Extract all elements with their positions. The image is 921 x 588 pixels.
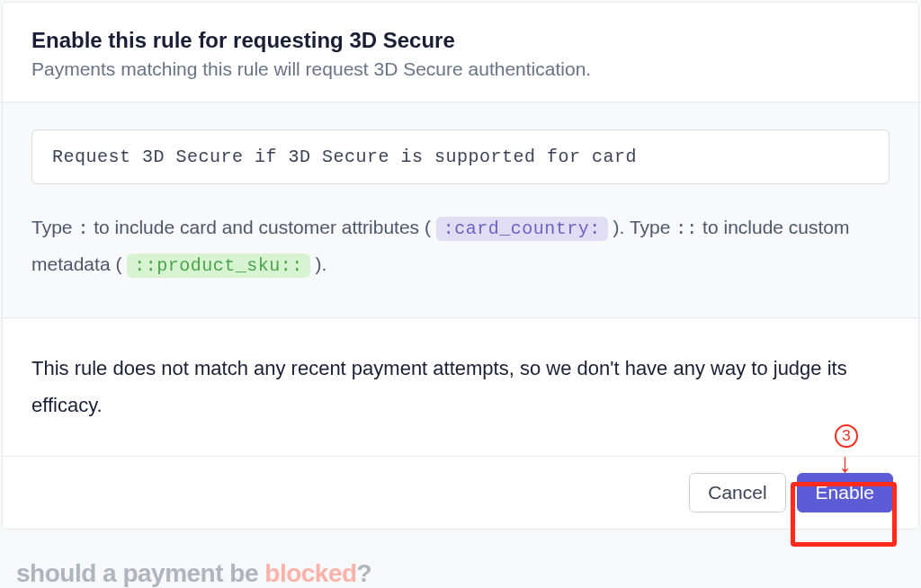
- bg-text-blocked: blocked: [264, 559, 356, 587]
- hint-pill-product-sku: ::product_sku::: [127, 254, 310, 278]
- cancel-button[interactable]: Cancel: [689, 473, 785, 512]
- hint-text-1: Type: [31, 217, 77, 237]
- enable-button[interactable]: Enable: [797, 473, 893, 512]
- result-text: This rule does not match any recent paym…: [31, 351, 890, 423]
- modal-footer: Cancel Enable: [3, 456, 918, 529]
- annotation-step-number: 3: [842, 427, 850, 445]
- modal-subtitle: Payments matching this rule will request…: [31, 58, 890, 80]
- annotation-arrow-down-icon: ↓: [838, 450, 852, 477]
- modal-result: This rule does not match any recent paym…: [3, 318, 918, 456]
- hint-text-3: ). Type: [608, 217, 675, 237]
- hint-text-2: to include card and customer attributes …: [88, 217, 435, 237]
- bg-text-1: should a payment be: [16, 559, 264, 587]
- background-faded-text: should a payment be blocked?: [16, 559, 371, 588]
- modal-title: Enable this rule for requesting 3D Secur…: [31, 28, 890, 53]
- hint-token-double-colon: ::: [675, 218, 697, 239]
- modal-body: Request 3D Secure if 3D Secure is suppor…: [3, 102, 918, 318]
- hint-text-5: ).: [310, 254, 327, 274]
- annotation-step-circle: 3: [835, 424, 858, 448]
- hint-pill-card-country: :card_country:: [436, 217, 608, 241]
- modal-header: Enable this rule for requesting 3D Secur…: [3, 3, 918, 102]
- rule-hint: Type : to include card and customer attr…: [31, 209, 890, 283]
- hint-token-colon: :: [77, 218, 88, 239]
- rule-modal: Enable this rule for requesting 3D Secur…: [2, 2, 919, 530]
- rule-input[interactable]: Request 3D Secure if 3D Secure is suppor…: [31, 129, 890, 184]
- bg-text-2: ?: [357, 559, 372, 587]
